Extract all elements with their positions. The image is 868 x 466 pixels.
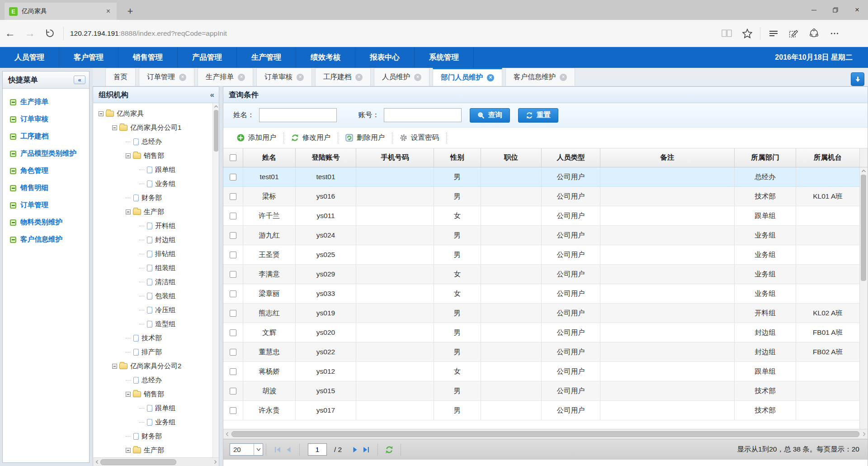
tree-expander-icon[interactable]: [126, 209, 131, 214]
hub-icon[interactable]: [763, 24, 783, 43]
row-checkbox[interactable]: [230, 193, 236, 200]
tree-node[interactable]: 冷压组: [93, 303, 219, 317]
tree-node[interactable]: 开料组: [93, 219, 219, 233]
tab-close-icon[interactable]: ×: [179, 74, 186, 81]
row-checkbox[interactable]: [230, 349, 236, 356]
scroll-left-icon[interactable]: [93, 460, 100, 464]
set-password-button[interactable]: 设置密码: [392, 133, 446, 143]
tree-node[interactable]: 销售部: [93, 149, 219, 163]
top-nav-item[interactable]: 绩效考核: [296, 47, 355, 68]
top-nav-item[interactable]: 生产管理: [237, 47, 296, 68]
quick-menu-item[interactable]: 物料类别维护: [7, 215, 85, 229]
tree-node[interactable]: 组装组: [93, 261, 219, 275]
tree-node[interactable]: 排产部: [93, 345, 219, 359]
row-checkbox[interactable]: [230, 290, 236, 297]
table-row[interactable]: 许千兰 ys011 女 公司用户 跟单组: [223, 206, 868, 226]
document-tab[interactable]: 订单审核 ×: [256, 68, 312, 86]
delete-user-button[interactable]: 删除用户: [338, 133, 392, 143]
scroll-up-icon[interactable]: [213, 103, 219, 109]
tree-node[interactable]: 造型组: [93, 317, 219, 331]
search-button[interactable]: 查询: [470, 108, 510, 123]
document-tab[interactable]: 客户信息维护 ×: [505, 68, 575, 86]
tree-node[interactable]: 财务部: [93, 191, 219, 205]
tree-node[interactable]: 总经办: [93, 373, 219, 387]
tree-node[interactable]: 封边组: [93, 233, 219, 247]
tree-node[interactable]: 财务部: [93, 429, 219, 443]
tree-node[interactable]: 跟单组: [93, 163, 219, 177]
top-nav-item[interactable]: 销售管理: [118, 47, 178, 68]
reset-button[interactable]: 重置: [518, 108, 558, 123]
tab-close-icon[interactable]: ×: [414, 74, 421, 81]
document-tab[interactable]: 首页 ×: [105, 68, 136, 86]
page-number-input[interactable]: [308, 443, 327, 456]
table-row[interactable]: 许永贵 ys017 男 公司用户 技术部: [223, 401, 868, 420]
table-row[interactable]: 胡波 ys015 男 公司用户 技术部: [223, 381, 868, 401]
quick-menu-item[interactable]: 销售明细: [7, 181, 85, 195]
tree-vertical-scrollbar[interactable]: [212, 103, 219, 457]
tree-expander-icon[interactable]: [99, 111, 104, 116]
tree-node[interactable]: 清洁组: [93, 275, 219, 289]
first-page-button[interactable]: [274, 447, 281, 453]
reading-view-icon[interactable]: [717, 24, 737, 43]
row-checkbox[interactable]: [230, 368, 236, 375]
table-row[interactable]: 王圣贤 ys025 男 公司用户 业务组: [223, 245, 868, 265]
row-checkbox[interactable]: [230, 271, 236, 278]
quick-menu-item[interactable]: 订单审核: [7, 112, 85, 126]
tree-expander-icon[interactable]: [112, 125, 117, 130]
name-input[interactable]: [259, 108, 337, 122]
close-button[interactable]: ×: [846, 0, 868, 20]
tree-node[interactable]: 技术部: [93, 331, 219, 345]
quick-menu-item[interactable]: 订单管理: [7, 198, 85, 212]
tree-node[interactable]: 包装组: [93, 289, 219, 303]
document-tab[interactable]: 生产排单 ×: [198, 68, 253, 86]
minimize-button[interactable]: [803, 0, 825, 20]
table-row[interactable]: test01 test01 男 公司用户 总经办: [223, 167, 868, 187]
tree-expander-icon[interactable]: [126, 448, 131, 453]
select-all-checkbox[interactable]: [230, 154, 236, 161]
account-input[interactable]: [384, 108, 462, 122]
tree-node[interactable]: 跟单组: [93, 401, 219, 415]
back-icon[interactable]: ←: [0, 24, 20, 43]
quick-menu-item[interactable]: 工序建档: [7, 129, 85, 143]
quick-menu-item[interactable]: 角色管理: [7, 164, 85, 178]
top-nav-item[interactable]: 产品管理: [178, 47, 237, 68]
tree-node[interactable]: 业务组: [93, 415, 219, 429]
browser-tab[interactable]: E 亿尚家具 ×: [5, 3, 117, 20]
row-checkbox[interactable]: [230, 174, 236, 181]
tree-node[interactable]: 排钻组: [93, 247, 219, 261]
table-row[interactable]: 李满意 ys029 女 公司用户 业务组: [223, 265, 868, 284]
tab-overflow-button[interactable]: [851, 72, 864, 86]
row-checkbox[interactable]: [230, 252, 236, 258]
next-page-button[interactable]: [353, 447, 358, 453]
table-row[interactable]: 梁章丽 ys033 女 公司用户 业务组: [223, 284, 868, 304]
browser-tab-close-icon[interactable]: ×: [104, 7, 112, 15]
tab-close-icon[interactable]: ×: [297, 74, 304, 81]
document-tab[interactable]: 订单管理 ×: [139, 68, 194, 86]
share-icon[interactable]: [804, 24, 824, 43]
top-nav-item[interactable]: 系统管理: [415, 47, 474, 68]
tree-scroll-thumb[interactable]: [214, 110, 218, 152]
tree-node[interactable]: 生产部: [93, 205, 219, 219]
top-nav-item[interactable]: 客户管理: [59, 47, 118, 68]
top-nav-item[interactable]: 人员管理: [0, 47, 59, 68]
refresh-icon[interactable]: [40, 24, 60, 43]
grid-scroll-thumb[interactable]: [861, 175, 866, 281]
scroll-up-icon[interactable]: [860, 167, 868, 175]
table-row[interactable]: 董慧忠 ys022 男 公司用户 封边组 FB02 A班: [223, 342, 868, 362]
quick-menu-item[interactable]: 客户信息维护: [7, 233, 85, 247]
page-size-select[interactable]: 20: [230, 443, 263, 456]
table-row[interactable]: 文辉 ys020 男 公司用户 封边组 FB01 A班: [223, 323, 868, 342]
table-row[interactable]: 熊志红 ys019 男 公司用户 开料组 KL02 A班: [223, 304, 868, 323]
quick-menu-collapse-icon[interactable]: «: [74, 76, 85, 84]
row-checkbox[interactable]: [230, 407, 236, 414]
tree-node[interactable]: 总经办: [93, 135, 219, 149]
grid-hscroll-thumb[interactable]: [231, 431, 859, 437]
favorites-star-icon[interactable]: [737, 24, 757, 43]
tree-horizontal-scrollbar[interactable]: [93, 457, 219, 466]
table-row[interactable]: 梁标 ys016 男 公司用户 技术部 KL01 A班: [223, 187, 868, 206]
tree-node[interactable]: 生产部: [93, 443, 219, 457]
tree-node[interactable]: 业务组: [93, 177, 219, 191]
restore-button[interactable]: [825, 0, 846, 20]
tree-expander-icon[interactable]: [126, 392, 131, 397]
row-checkbox[interactable]: [230, 310, 236, 317]
